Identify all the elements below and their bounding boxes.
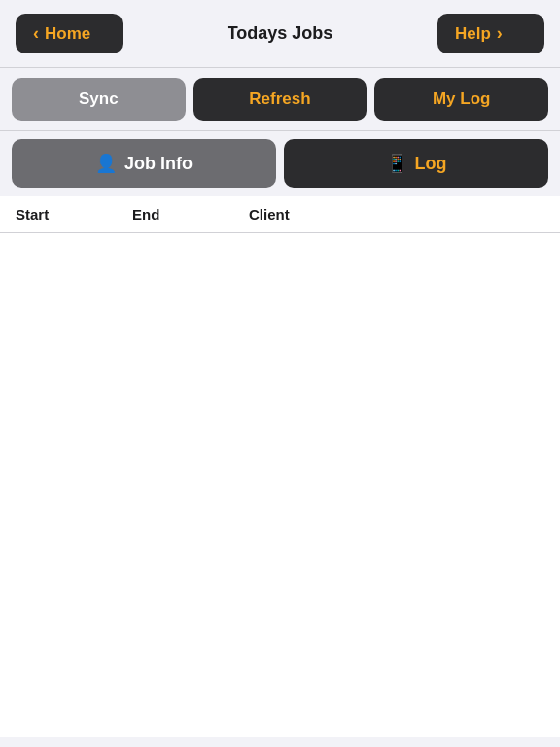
mobile-icon: 📱 xyxy=(386,153,407,174)
tab-job-info[interactable]: 👤 Job Info xyxy=(12,139,276,188)
col-client-header: Client xyxy=(249,206,544,223)
table-header: Start End Client xyxy=(0,196,560,233)
help-button[interactable]: Help › xyxy=(438,14,544,53)
tab-row: 👤 Job Info 📱 Log xyxy=(0,131,560,196)
person-icon: 👤 xyxy=(95,153,117,174)
help-label: Help xyxy=(455,24,491,44)
col-end-header: End xyxy=(132,206,249,223)
refresh-button[interactable]: Refresh xyxy=(193,78,368,121)
home-button[interactable]: ‹ Home xyxy=(16,14,122,53)
mylog-button[interactable]: My Log xyxy=(374,78,548,121)
page-title: Todays Jobs xyxy=(122,23,438,44)
sync-button[interactable]: Sync xyxy=(12,78,186,121)
back-chevron-icon: ‹ xyxy=(33,23,39,44)
jobs-list xyxy=(0,233,560,737)
tab-log[interactable]: 📱 Log xyxy=(284,139,548,188)
job-info-label: Job Info xyxy=(124,154,192,174)
app-header: ‹ Home Todays Jobs Help › xyxy=(0,0,560,68)
toolbar: Sync Refresh My Log xyxy=(0,68,560,131)
col-start-header: Start xyxy=(16,206,132,223)
home-label: Home xyxy=(45,24,90,44)
log-label: Log xyxy=(415,154,447,174)
forward-chevron-icon: › xyxy=(497,23,503,44)
